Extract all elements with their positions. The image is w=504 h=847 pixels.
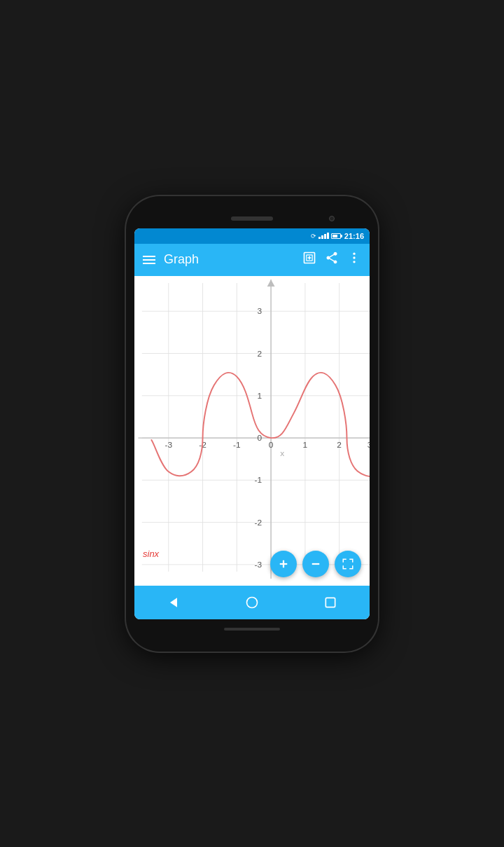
svg-point-44	[247, 597, 258, 607]
phone-notch	[134, 209, 370, 228]
phone-bottom	[134, 619, 370, 639]
hamburger-line-1	[143, 256, 155, 257]
fit-button[interactable]	[335, 551, 361, 577]
signal-bar-3	[324, 234, 326, 239]
svg-text:0: 0	[257, 434, 262, 442]
back-button[interactable]	[160, 588, 188, 617]
phone-camera	[329, 216, 335, 221]
svg-marker-43	[170, 598, 177, 607]
status-time: 21:16	[344, 232, 364, 240]
svg-text:-3: -3	[254, 560, 262, 569]
svg-text:-1: -1	[254, 476, 262, 484]
signal-bar-1	[318, 237, 321, 239]
status-bar: ⟳ 21:16	[134, 228, 370, 244]
signal-bars-icon	[318, 233, 329, 239]
phone-screen: ⟳ 21:16	[134, 228, 370, 619]
svg-text:-2: -2	[254, 518, 262, 526]
more-options-button[interactable]	[347, 251, 361, 268]
svg-text:-3: -3	[164, 441, 172, 449]
zoom-controls	[270, 551, 361, 577]
svg-text:3: 3	[257, 307, 262, 315]
app-toolbar: Graph	[134, 244, 370, 276]
phone-speaker	[231, 216, 273, 221]
recents-button[interactable]	[316, 588, 344, 617]
home-button[interactable]	[238, 588, 266, 617]
share-button[interactable]	[325, 251, 339, 268]
svg-text:-1: -1	[233, 441, 241, 449]
hamburger-line-2	[143, 259, 155, 261]
hamburger-line-3	[143, 263, 155, 264]
status-icons: ⟳ 21:16	[311, 232, 364, 240]
svg-text:1: 1	[303, 441, 308, 449]
battery-tip	[341, 235, 342, 237]
phone-device: ⟳ 21:16	[126, 196, 378, 652]
svg-point-4	[353, 253, 355, 255]
formula-text: sinx	[143, 549, 159, 559]
graph-area[interactable]: 3 2 1 0 -1 -2 -3 -3 -2 -1 0 1 2 3 x	[134, 276, 370, 586]
svg-point-6	[353, 261, 355, 263]
zoom-in-button[interactable]	[270, 551, 297, 577]
svg-text:2: 2	[337, 441, 342, 449]
signal-bar-4	[327, 233, 329, 239]
menu-button[interactable]	[143, 256, 155, 264]
zoom-out-button[interactable]	[302, 551, 329, 577]
svg-rect-45	[326, 598, 335, 607]
svg-point-5	[353, 256, 355, 259]
formula-label: sinx	[143, 549, 159, 559]
svg-text:2: 2	[257, 349, 262, 357]
battery-body	[331, 233, 341, 239]
svg-text:x: x	[280, 449, 284, 457]
battery-icon	[331, 233, 342, 239]
rotate-icon: ⟳	[311, 233, 316, 240]
home-indicator	[224, 628, 280, 631]
graph-svg: 3 2 1 0 -1 -2 -3 -3 -2 -1 0 1 2 3 x	[134, 276, 370, 586]
toolbar-title: Graph	[164, 252, 294, 267]
svg-text:3: 3	[368, 441, 370, 449]
battery-fill	[332, 235, 337, 237]
nav-bar	[134, 586, 370, 619]
add-graph-button[interactable]	[302, 251, 316, 268]
svg-text:0: 0	[269, 441, 274, 449]
svg-marker-38	[267, 280, 275, 287]
svg-text:1: 1	[257, 392, 262, 400]
signal-bar-2	[321, 235, 323, 239]
